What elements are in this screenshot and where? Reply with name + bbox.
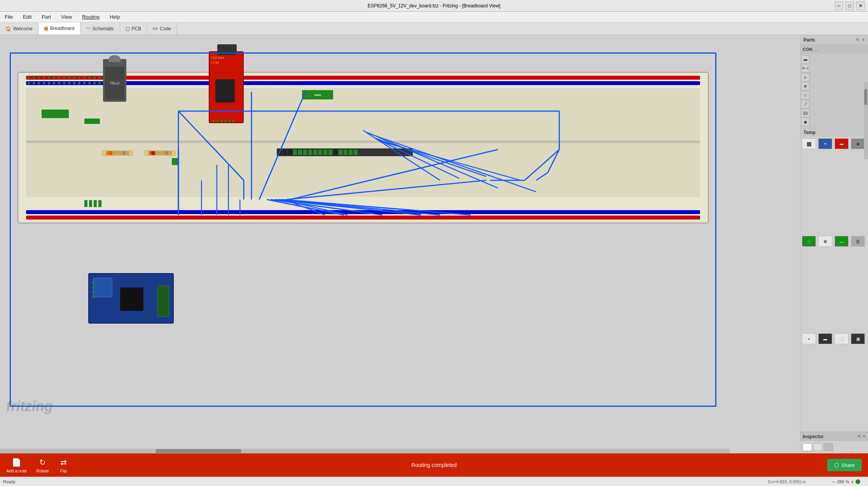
tab-code-label: Code (160, 26, 171, 31)
menu-edit[interactable]: Edit (21, 13, 33, 21)
flip-icon: ⇄ (58, 457, 69, 468)
part-icon-3[interactable]: ⊕ (851, 138, 865, 149)
led-component[interactable] (172, 158, 179, 165)
status-coords: 0,x=4.833, 0.555) in (768, 479, 806, 484)
share-label: Share (841, 462, 855, 468)
inspector-panel: Inspector ⇱ ✕ (800, 432, 868, 453)
strip-connector-icon[interactable]: ⊕ (801, 82, 810, 91)
tab-welcome-label: Welcome (13, 26, 33, 31)
part-icon-10[interactable]: ⬜ (835, 333, 849, 344)
parts-scrollbar (864, 82, 868, 159)
breadboard-main: FTDI Basic TX RX (17, 72, 709, 223)
maximize-button[interactable]: □ (845, 2, 854, 10)
inspector-header: Inspector ⇱ ✕ (800, 432, 868, 441)
vreg-tab (109, 55, 121, 62)
window-controls[interactable]: ─ □ ✕ (835, 2, 865, 10)
parts-sub-tab-con[interactable]: CON (803, 47, 812, 52)
status-bar: Ready 0,x=4.833, 0.555) in − 288 % + (0, 477, 868, 486)
part-icon-5[interactable]: ⊞ (818, 236, 832, 247)
part-icon-4[interactable]: ||| (802, 236, 816, 247)
vreg-body: 78xxl (105, 67, 124, 100)
top-power-rail-blue (26, 81, 700, 85)
inspector-detach-icon[interactable]: ⇱ (858, 434, 861, 439)
share-icon: ⬡ (834, 462, 839, 468)
strip-ic-icon[interactable]: □ (801, 91, 810, 99)
green-display-module[interactable]: ■■■■ (302, 90, 333, 99)
h-scrollbar[interactable] (0, 449, 730, 453)
tab-code[interactable]: <> Code (147, 23, 177, 35)
swatch-white[interactable] (803, 443, 812, 451)
strip-led-icon[interactable]: ▷ (801, 73, 810, 82)
tab-breadboard[interactable]: ▦ Breadboard (38, 23, 80, 35)
strip-wire-icon[interactable]: ╱ (801, 100, 810, 108)
add-note-label: Add a note (6, 469, 27, 473)
schematic-icon: 〰 (86, 26, 91, 31)
parts-detach-icon[interactable]: ⇱ (856, 38, 859, 42)
status-text: Ready (3, 479, 16, 484)
parts-panel-header: Parts ⇱ ✕ (800, 35, 868, 45)
fritzing-watermark: fritzing (6, 398, 53, 415)
window-title: ESP8266_5V_12V_dev_board.fzz - Fritzing … (368, 3, 500, 9)
minimize-button[interactable]: ─ (835, 2, 843, 10)
pcb-icon: ▢ (126, 26, 130, 31)
voltage-regulator[interactable]: 78xxl (103, 59, 126, 102)
menu-view[interactable]: View (59, 13, 73, 21)
tab-welcome[interactable]: 🏠 Welcome (0, 23, 38, 35)
share-button[interactable]: ⬡ Share (827, 459, 862, 471)
flip-button[interactable]: ⇄ Flip (58, 457, 69, 473)
parts-sub-header: CON ... (800, 45, 868, 54)
tab-pcb[interactable]: ▢ PCB (120, 23, 147, 35)
inspector-close-icon[interactable]: ✕ (863, 434, 866, 439)
part-icon-7[interactable]: ||| (851, 236, 865, 247)
part-icon-11[interactable]: ▦ (851, 333, 865, 344)
part-icon-0[interactable]: ▦ (802, 138, 816, 149)
strip-cam-icon[interactable]: ◉ (801, 118, 810, 126)
strip-wifi-icon[interactable]: )))) (801, 109, 810, 117)
zoom-unit: % (845, 479, 849, 484)
part-icon-1[interactable]: ▪▪ (818, 138, 832, 149)
part-icon-9[interactable]: ▬ (818, 333, 832, 344)
resistor-2[interactable] (145, 150, 176, 156)
add-note-button[interactable]: 📄 Add a note (6, 457, 27, 473)
part-icon-8[interactable]: ▪ (802, 333, 816, 344)
canvas-area[interactable]: fritzing (0, 35, 800, 453)
tab-bar: 🏠 Welcome ▦ Breadboard 〰 Schematic ▢ PCB… (0, 23, 868, 35)
flip-label: Flip (60, 469, 67, 473)
swatch-medium[interactable] (824, 443, 833, 451)
green-component-small[interactable] (84, 118, 100, 124)
tab-schematic[interactable]: 〰 Schematic (80, 23, 120, 35)
part-icon-2[interactable]: ▬ (835, 138, 849, 149)
strip-resistor-icon[interactable]: ▬ (801, 55, 810, 64)
part-icon-6[interactable]: ▬ (835, 236, 849, 247)
parts-sub-tab-more[interactable]: ... (815, 47, 819, 52)
menu-routing[interactable]: Routing (80, 13, 101, 21)
bottom-toolbar: 📄 Add a note ↻ Rotate ⇄ Flip Routing com… (0, 453, 868, 477)
green-component-left[interactable] (42, 110, 69, 118)
ftdi-component[interactable]: FTDI Basic TX RX (209, 51, 244, 123)
close-button[interactable]: ✕ (856, 2, 865, 10)
parts-scrollbar-thumb[interactable] (864, 89, 867, 105)
menu-part[interactable]: Part (40, 13, 52, 21)
menu-file[interactable]: File (3, 13, 14, 21)
rotate-label: Rotate (36, 469, 49, 473)
parts-close-icon[interactable]: ✕ (862, 38, 865, 42)
rotate-button[interactable]: ↻ Rotate (36, 457, 49, 473)
routing-status: Routing completed (411, 462, 457, 468)
resistor-1[interactable] (102, 150, 133, 156)
breadboard-area: FTDI Basic TX RX (8, 51, 718, 438)
inspector-color-swatches (800, 441, 868, 453)
esp-pins-left (92, 282, 94, 298)
h-scrollbar-thumb[interactable] (155, 449, 241, 453)
esp-chip (120, 287, 143, 311)
esp8266-component[interactable] (88, 273, 174, 324)
parts-title: Parts (803, 37, 815, 43)
swatch-light[interactable] (813, 443, 823, 451)
strip-capacitor-icon[interactable]: ⊢⊣ (801, 64, 810, 73)
zoom-indicator (856, 479, 860, 484)
menu-help[interactable]: Help (108, 13, 122, 21)
main-layout: fritzing (0, 35, 868, 453)
zoom-out-icon[interactable]: − (832, 479, 835, 485)
zoom-in-icon[interactable]: + (851, 479, 854, 485)
header-right1[interactable] (277, 148, 413, 156)
tab-schematic-label: Schematic (93, 26, 114, 31)
